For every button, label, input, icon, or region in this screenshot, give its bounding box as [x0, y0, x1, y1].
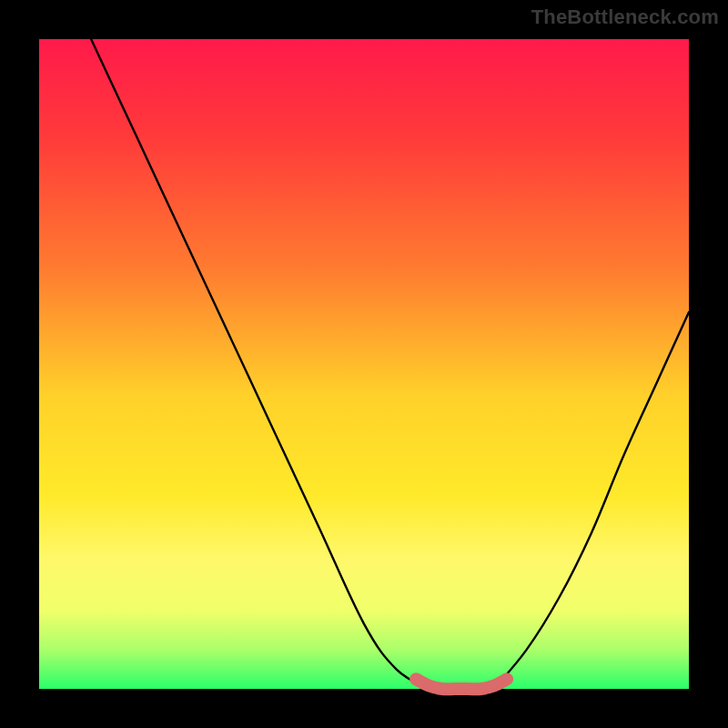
bottleneck-curve-right: [494, 312, 689, 689]
curve-group: [91, 39, 689, 689]
bottleneck-curve-left: [91, 39, 429, 689]
chart-svg: [39, 39, 689, 689]
chart-container: TheBottleneck.com: [0, 0, 728, 728]
watermark-text: TheBottleneck.com: [531, 5, 719, 29]
plot-area: [39, 39, 689, 689]
bottleneck-flat-segment: [416, 679, 507, 689]
